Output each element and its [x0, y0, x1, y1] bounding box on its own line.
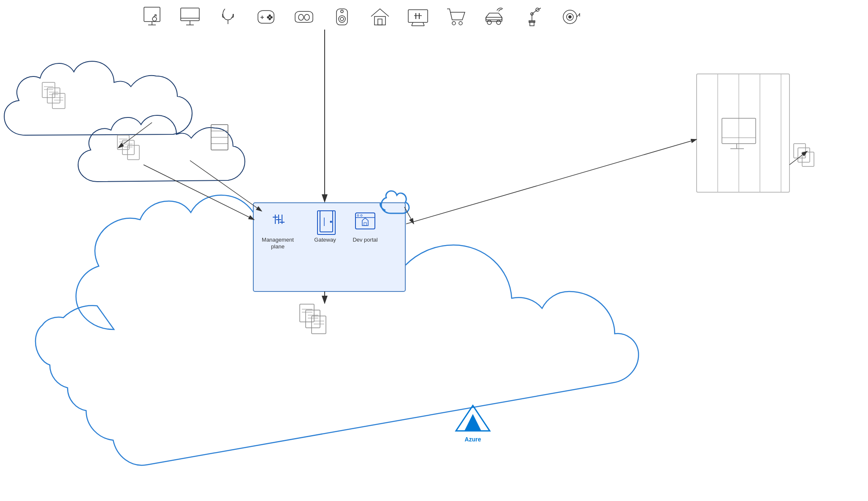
cloud-main	[35, 195, 638, 465]
svg-point-15	[298, 14, 304, 20]
svg-rect-26	[486, 17, 502, 22]
svg-rect-73	[253, 203, 405, 291]
svg-rect-0	[144, 7, 160, 22]
connected-car-icon	[481, 4, 507, 30]
svg-rect-42	[47, 88, 60, 103]
smart-home-icon	[367, 4, 393, 30]
cloud-topleft-outer	[4, 61, 192, 135]
bottom-docs	[300, 304, 326, 334]
svg-rect-41	[42, 82, 55, 98]
server-rack	[697, 74, 789, 192]
svg-rect-93	[306, 310, 320, 328]
azure-logo: Azure	[456, 406, 490, 443]
svg-rect-82	[317, 211, 335, 234]
svg-rect-66	[722, 118, 756, 144]
server-docs-right	[794, 144, 814, 166]
touch-screen-icon	[139, 4, 165, 30]
svg-point-28	[496, 20, 501, 25]
svg-rect-83	[320, 211, 333, 232]
apim-box: Management plane Gateway Dev portal	[253, 203, 405, 291]
svg-rect-50	[117, 135, 129, 150]
svg-point-3	[152, 17, 157, 21]
security-camera-icon	[557, 4, 583, 30]
azure-cloud-icon	[380, 191, 409, 213]
architecture-diagram: Management plane Gateway Dev portal	[0, 0, 868, 501]
gamepad-icon	[253, 4, 279, 30]
svg-rect-70	[794, 144, 806, 158]
svg-rect-71	[798, 148, 810, 162]
svg-line-107	[144, 165, 254, 220]
svg-rect-4	[181, 8, 199, 21]
svg-point-16	[304, 14, 309, 20]
svg-point-38	[569, 16, 571, 18]
svg-text:Azure: Azure	[465, 436, 481, 443]
mobile-icon	[215, 4, 241, 30]
svg-point-24	[452, 22, 456, 25]
vr-headset-icon	[291, 4, 317, 30]
svg-point-13	[267, 16, 269, 18]
svg-line-102	[118, 123, 152, 148]
svg-rect-52	[127, 145, 139, 160]
svg-point-20	[341, 10, 343, 13]
smart-tv-icon	[405, 4, 431, 30]
svg-text:Dev portal: Dev portal	[353, 237, 377, 243]
svg-point-84	[330, 221, 332, 223]
svg-point-27	[487, 20, 491, 25]
svg-rect-51	[122, 140, 134, 155]
svg-text:Management: Management	[262, 237, 294, 243]
svg-marker-110	[464, 414, 481, 431]
svg-rect-57	[211, 125, 228, 150]
svg-point-89	[361, 215, 362, 216]
svg-rect-92	[300, 304, 314, 322]
svg-text:plane: plane	[271, 243, 285, 250]
svg-point-11	[269, 15, 271, 16]
gateway-icon	[317, 211, 335, 234]
svg-point-19	[340, 17, 344, 21]
svg-rect-61	[697, 74, 789, 192]
device-icons-row	[139, 4, 583, 30]
svg-point-18	[339, 16, 345, 22]
svg-marker-109	[456, 406, 490, 431]
svg-rect-72	[802, 152, 814, 166]
speaker-icon	[329, 4, 355, 30]
svg-line-39	[577, 14, 580, 17]
svg-rect-21	[374, 16, 385, 25]
svg-text:Gateway: Gateway	[314, 237, 336, 243]
monitor-icon	[177, 4, 203, 30]
svg-rect-22	[378, 19, 382, 25]
management-plane-icon	[273, 215, 285, 224]
svg-rect-43	[52, 93, 65, 109]
svg-line-106	[789, 151, 807, 165]
svg-point-25	[459, 22, 462, 25]
cloud-topleft-inner	[78, 115, 245, 182]
svg-line-105	[406, 139, 697, 224]
svg-point-14	[269, 18, 271, 20]
svg-line-103	[190, 161, 262, 211]
svg-rect-90	[364, 223, 366, 226]
svg-rect-94	[312, 316, 326, 334]
svg-rect-23	[408, 10, 428, 22]
dev-portal-icon	[355, 213, 375, 229]
svg-rect-86	[355, 213, 375, 229]
svg-point-12	[271, 16, 272, 18]
shopping-cart-icon	[443, 4, 469, 30]
svg-point-88	[357, 215, 359, 216]
robot-arm-icon	[519, 4, 545, 30]
